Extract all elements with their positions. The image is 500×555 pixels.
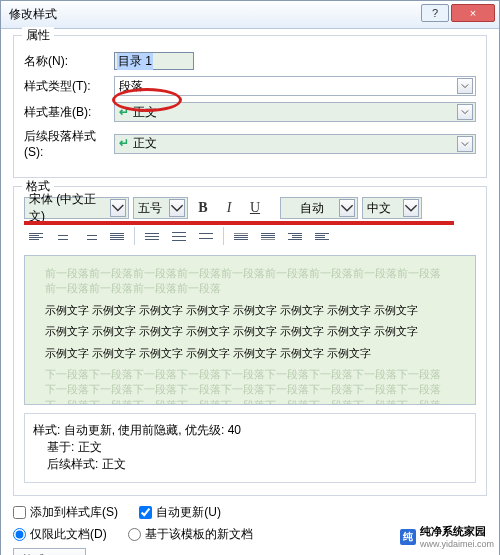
watermark-url: www.yidaimei.com bbox=[420, 539, 494, 549]
based-on-template-label: 基于该模板的新文档 bbox=[145, 526, 253, 543]
preview-sample-line: 示例文字 示例文字 示例文字 示例文字 示例文字 示例文字 示例文字 bbox=[45, 346, 455, 361]
space-before-inc-button[interactable] bbox=[229, 225, 253, 247]
line-spacing-1-button[interactable] bbox=[140, 225, 164, 247]
close-button[interactable]: × bbox=[451, 4, 495, 22]
align-center-button[interactable] bbox=[51, 225, 75, 247]
style-name-input[interactable]: 目录 1 bbox=[114, 52, 194, 70]
bold-button[interactable]: B bbox=[192, 197, 214, 219]
add-to-gallery-checkbox[interactable]: 添加到样式库(S) bbox=[13, 504, 118, 521]
properties-group: 属性 名称(N): 目录 1 样式类型(T): 段落 样式基准(B): ↵正文 bbox=[13, 35, 487, 178]
chevron-down-icon bbox=[339, 199, 355, 217]
chevron-down-icon bbox=[457, 104, 473, 120]
style-base-label: 样式基准(B): bbox=[24, 104, 114, 121]
format-dropdown-button[interactable]: 格式(O) bbox=[13, 548, 86, 555]
watermark: 纯 纯净系统家园 www.yidaimei.com bbox=[400, 524, 494, 549]
modify-style-dialog: 修改样式 ? × 属性 名称(N): 目录 1 样式类型(T): 段落 bbox=[0, 0, 500, 555]
underline-button[interactable]: U bbox=[244, 197, 266, 219]
font-family-value: 宋体 (中文正文) bbox=[29, 191, 110, 225]
only-this-doc-radio[interactable]: 仅限此文档(D) bbox=[13, 526, 107, 543]
align-right-button[interactable] bbox=[78, 225, 102, 247]
font-color-select[interactable]: 自动 bbox=[280, 197, 358, 219]
preview-prev-line: 前一段落前一段落前一段落前一段落 bbox=[45, 281, 455, 296]
format-group: 格式 宋体 (中文正文) 五号 B I U 自动 bbox=[13, 186, 487, 496]
lang-value: 中文 bbox=[367, 200, 391, 217]
next-style-select[interactable]: ↵正文 bbox=[114, 134, 476, 154]
preview-next-line: 下一段落下一段落下一段落下一段落下一段落下一段落下一段落下一段落下一段落 bbox=[45, 382, 455, 397]
font-size-select[interactable]: 五号 bbox=[133, 197, 188, 219]
separator bbox=[134, 227, 135, 245]
style-type-label: 样式类型(T): bbox=[24, 78, 114, 95]
style-base-value: ↵正文 bbox=[119, 104, 157, 121]
chevron-down-icon bbox=[403, 199, 419, 217]
style-type-value: 段落 bbox=[119, 78, 143, 95]
auto-update-label: 自动更新(U) bbox=[156, 504, 221, 521]
add-to-gallery-label: 添加到样式库(S) bbox=[30, 504, 118, 521]
auto-update-checkbox[interactable]: 自动更新(U) bbox=[139, 504, 221, 521]
font-size-value: 五号 bbox=[138, 200, 162, 217]
style-type-select[interactable]: 段落 bbox=[114, 76, 476, 96]
format-btn-label: 格式(O) bbox=[22, 552, 63, 556]
name-label: 名称(N): bbox=[24, 53, 114, 70]
font-toolbar: 宋体 (中文正文) 五号 B I U 自动 中文 bbox=[24, 197, 476, 219]
preview-prev-line: 前一段落前一段落前一段落前一段落前一段落前一段落前一段落前一段落前一段落 bbox=[45, 266, 455, 281]
annotation-underline bbox=[24, 221, 454, 225]
window-title: 修改样式 bbox=[9, 6, 57, 23]
help-button[interactable]: ? bbox=[421, 4, 449, 22]
font-family-select[interactable]: 宋体 (中文正文) bbox=[24, 197, 129, 219]
chevron-down-icon bbox=[457, 136, 473, 152]
preview-next-line: 下一段落下一段落下一段落下一段落下一段落下一段落下一段落下一段落下一段落 bbox=[45, 398, 455, 405]
style-base-select[interactable]: ↵正文 bbox=[114, 102, 476, 122]
italic-button[interactable]: I bbox=[218, 197, 240, 219]
desc-line: 基于: 正文 bbox=[33, 439, 467, 456]
align-left-button[interactable] bbox=[24, 225, 48, 247]
line-spacing-1_5-button[interactable] bbox=[167, 225, 191, 247]
only-this-doc-label: 仅限此文档(D) bbox=[30, 526, 107, 543]
next-style-value: ↵正文 bbox=[119, 135, 157, 152]
preview-next-line: 下一段落下一段落下一段落下一段落下一段落下一段落下一段落下一段落下一段落 bbox=[45, 367, 455, 382]
based-on-template-radio[interactable]: 基于该模板的新文档 bbox=[128, 526, 253, 543]
chevron-down-icon bbox=[110, 199, 126, 217]
properties-legend: 属性 bbox=[22, 27, 54, 44]
desc-line: 样式: 自动更新, 使用前隐藏, 优先级: 40 bbox=[33, 422, 467, 439]
paragraph-toolbar bbox=[24, 225, 476, 247]
chevron-down-icon bbox=[457, 78, 473, 94]
align-justify-button[interactable] bbox=[105, 225, 129, 247]
chevron-down-icon bbox=[169, 199, 185, 217]
style-description: 样式: 自动更新, 使用前隐藏, 优先级: 40 基于: 正文 后续样式: 正文 bbox=[24, 413, 476, 483]
space-before-dec-button[interactable] bbox=[256, 225, 280, 247]
line-spacing-2-button[interactable] bbox=[194, 225, 218, 247]
font-color-value: 自动 bbox=[285, 200, 339, 217]
indent-dec-button[interactable] bbox=[283, 225, 307, 247]
check-icon: ↵ bbox=[119, 136, 129, 150]
next-style-label: 后续段落样式(S): bbox=[24, 128, 114, 159]
preview-sample-line: 示例文字 示例文字 示例文字 示例文字 示例文字 示例文字 示例文字 示例文字 bbox=[45, 303, 455, 318]
watermark-text: 纯净系统家园 bbox=[420, 524, 494, 539]
preview-sample-line: 示例文字 示例文字 示例文字 示例文字 示例文字 示例文字 示例文字 示例文字 bbox=[45, 324, 455, 339]
preview-box: 前一段落前一段落前一段落前一段落前一段落前一段落前一段落前一段落前一段落 前一段… bbox=[24, 255, 476, 405]
style-name-value: 目录 1 bbox=[117, 53, 153, 70]
watermark-logo-icon: 纯 bbox=[400, 529, 416, 545]
titlebar[interactable]: 修改样式 ? × bbox=[1, 1, 499, 29]
check-icon: ↵ bbox=[119, 105, 129, 119]
lang-select[interactable]: 中文 bbox=[362, 197, 422, 219]
indent-inc-button[interactable] bbox=[310, 225, 334, 247]
separator bbox=[223, 227, 224, 245]
desc-line: 后续样式: 正文 bbox=[33, 456, 467, 473]
